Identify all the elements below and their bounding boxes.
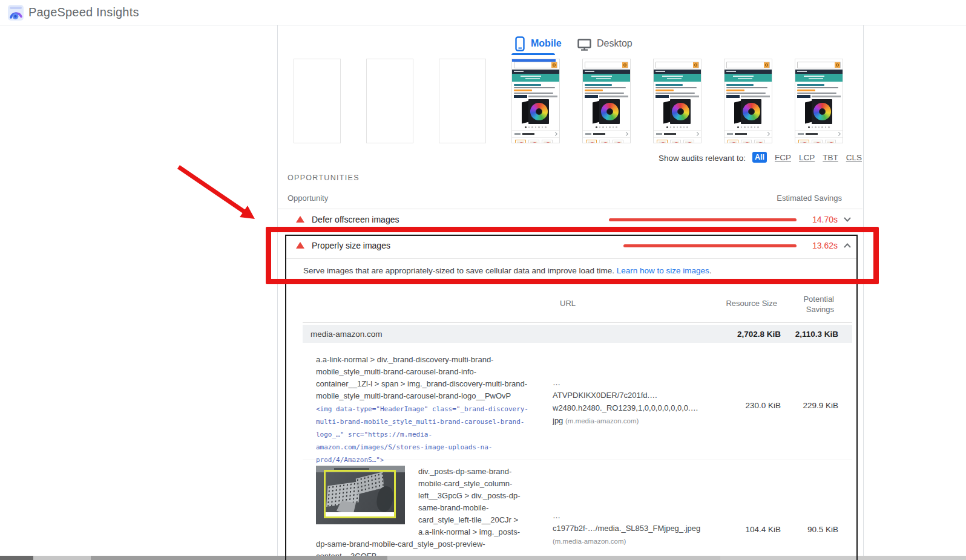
filmstrip-thumbnail (511, 59, 560, 143)
mini-product-thumb (798, 140, 809, 143)
rgb-fan-icon (731, 142, 737, 143)
filter-chip-cls[interactable]: CLS (846, 153, 862, 162)
mini-product-thumb (670, 140, 681, 143)
search-icon (551, 62, 557, 68)
tab-mobile[interactable]: Mobile (531, 38, 562, 49)
domain-potential-savings: 2,110.3 KiB (754, 330, 838, 339)
search-icon (693, 62, 698, 68)
savings-bar (609, 218, 797, 221)
mini-search-bar (656, 62, 699, 68)
mini-nav-bar (654, 70, 701, 74)
loading-progress-bar (512, 59, 556, 62)
filter-chip-fcp[interactable]: FCP (775, 153, 791, 162)
product-image (654, 99, 701, 126)
chevron-down-icon[interactable] (843, 216, 852, 223)
tab-desktop[interactable]: Desktop (597, 38, 632, 49)
rgb-fan-icon (674, 142, 679, 143)
opportunities-section-title: OPPORTUNITIES (288, 174, 360, 182)
potential-savings-value: 90.5 KiB (754, 525, 838, 534)
mini-promo-banner (654, 74, 701, 82)
size-picker-row (724, 130, 772, 137)
rgb-fan-icon (603, 142, 608, 143)
rgb-fan-icon (530, 103, 548, 120)
star-rating-icon (585, 90, 603, 91)
rgb-fan-icon (616, 142, 622, 143)
product-image (583, 99, 630, 126)
mini-search-bar (726, 62, 770, 68)
mini-search-bar (797, 62, 841, 68)
table-row-rule (303, 460, 852, 460)
phone-icon (515, 36, 525, 52)
deal-badge (726, 95, 740, 98)
potential-savings-column-header: Potential Savings (777, 294, 834, 314)
filmstrip-thumbnail (795, 59, 843, 143)
rgb-fan-icon (815, 142, 821, 143)
mini-nav-bar (512, 70, 559, 74)
rgb-fan-icon (758, 142, 763, 143)
chevron-icon (766, 132, 770, 136)
product-image (724, 99, 772, 126)
filter-chip-all[interactable]: All (752, 152, 767, 163)
warning-triangle-icon (296, 216, 304, 223)
size-picker-row (795, 130, 843, 137)
savings-value: 14.70s (799, 215, 838, 224)
domain-group-label: media-amazon.com (310, 330, 383, 339)
filmstrip-thumbnail (582, 59, 631, 143)
size-picker-row (583, 130, 630, 137)
search-icon (622, 62, 628, 68)
mini-nav-bar (724, 70, 772, 74)
mini-product-thumb (728, 140, 738, 143)
carousel-dots (583, 126, 630, 129)
chevron-icon (553, 132, 557, 136)
deal-badge (514, 95, 527, 98)
url-column-header: URL (560, 299, 576, 308)
size-picker-row (512, 130, 559, 137)
search-icon (835, 62, 840, 68)
chevron-icon (836, 132, 841, 136)
url-ellipsis: … (553, 378, 560, 387)
mini-promo-banner (512, 74, 559, 82)
mini-search-bar (585, 62, 628, 68)
size-picker-row (654, 130, 701, 137)
product-image (795, 99, 843, 126)
resource-url: … ATVPDKIKX0DER/7c201fd.…w2480.h2480._RO… (553, 376, 705, 428)
filter-chip-tbt[interactable]: TBT (823, 153, 838, 162)
rgb-fan-icon (532, 142, 537, 143)
audit-title: Defer offscreen images (312, 215, 399, 224)
filmstrip-thumbnail (653, 59, 702, 143)
filter-chip-lcp[interactable]: LCP (799, 153, 815, 162)
filmstrip-empty-frame (294, 59, 341, 143)
pagespeed-logo-icon (8, 5, 24, 21)
mini-nav-bar (583, 70, 630, 74)
rgb-fan-icon (519, 142, 524, 143)
star-rating-icon (797, 90, 815, 91)
mini-product-thumb (599, 140, 610, 143)
mini-product-thumb (741, 140, 752, 143)
resource-size-column-header: Resource Size (696, 299, 777, 308)
app-header: PageSpeed Insights (0, 0, 966, 25)
table-row: a.a-link-normal > div._brand-discovery-m… (316, 354, 529, 466)
rgb-fan-icon (590, 142, 595, 143)
rgb-fan-icon (813, 103, 831, 120)
deal-badge (797, 95, 810, 98)
rgb-fan-icon (743, 103, 760, 120)
url-host: (m.media-amazon.com) (553, 538, 626, 545)
rgb-fan-icon (744, 142, 750, 143)
rgb-fan-icon (687, 142, 692, 143)
chevron-icon (695, 132, 699, 136)
star-rating-icon (656, 90, 674, 91)
opportunities-header-rule (277, 209, 862, 209)
mini-product-thumb (586, 140, 597, 143)
element-highlight-box (324, 470, 396, 518)
estimated-savings-column-header: Estimated Savings (739, 194, 842, 203)
audit-filter-chips: AllFCPLCPTBTCLS (752, 152, 862, 163)
element-selector: a.a-link-normal > div._brand-discovery-m… (316, 354, 529, 402)
table-header-rule (303, 322, 852, 323)
rgb-fan-icon (672, 103, 689, 120)
taskbar-strip (0, 556, 966, 560)
carousel-dots (654, 126, 701, 129)
mobile-tab-underline (511, 53, 555, 55)
mini-product-thumb (528, 140, 539, 143)
deal-badge (585, 95, 598, 98)
rgb-fan-icon (601, 103, 619, 120)
